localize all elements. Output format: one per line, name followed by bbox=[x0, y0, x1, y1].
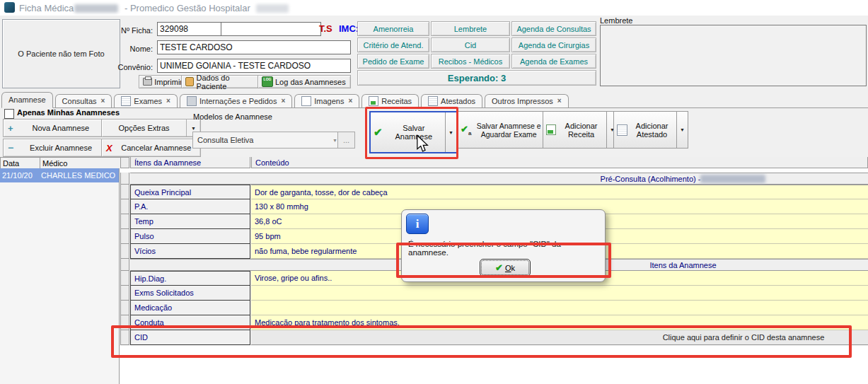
cid-placeholder-text[interactable]: Clique aqui para definir o CID desta ana… bbox=[626, 330, 861, 344]
tab-close-icon[interactable]: × bbox=[557, 95, 562, 107]
tab-anamnese[interactable]: Anamnese bbox=[1, 92, 53, 108]
quick-button-agenda-consultas[interactable]: Agenda de Consultas bbox=[511, 21, 596, 36]
convenio-input[interactable] bbox=[157, 59, 351, 73]
button-divider bbox=[445, 112, 446, 152]
lembrete-label: Lembrete bbox=[600, 16, 632, 25]
section-title-text: Pré-Consulta (Acolhimento) - bbox=[601, 175, 701, 183]
history-row-selected[interactable]: 21/10/20 CHARLLES MEDICO bbox=[0, 168, 119, 182]
row-selector-cell[interactable] bbox=[120, 315, 129, 330]
recipe-icon bbox=[546, 124, 556, 135]
nome-input[interactable] bbox=[157, 40, 351, 54]
ok-button[interactable]: ✔ Ok bbox=[480, 259, 531, 277]
ficha-secondary-input[interactable] bbox=[221, 22, 321, 36]
lembrete-box[interactable] bbox=[600, 25, 867, 86]
printer-icon bbox=[143, 78, 152, 86]
app-icon bbox=[4, 2, 15, 13]
row-content-cell[interactable] bbox=[251, 286, 868, 301]
row-item-label: CID bbox=[130, 330, 250, 345]
tab-close-icon[interactable]: × bbox=[348, 95, 352, 107]
anamnesis-log-button[interactable]: LOG Log das Anamneses bbox=[257, 75, 351, 88]
save-and-wait-exam-button[interactable]: ✔a Salvar Anamnese e Aguardar Exame bbox=[457, 111, 547, 149]
tab-bar: Anamnese Consultas × Exames × Internaçõe… bbox=[1, 92, 868, 108]
row-item-label: Vícios bbox=[130, 244, 250, 259]
quick-buttons-grid: Amenorreia Lembrete Agenda de Consultas … bbox=[357, 21, 596, 86]
items-column-header[interactable]: Ítens da Anamnese bbox=[130, 157, 250, 168]
content-column-header[interactable]: Conteúdo bbox=[251, 157, 868, 168]
ficha-input[interactable] bbox=[157, 22, 222, 36]
chevron-down-icon[interactable]: ▼ bbox=[680, 127, 685, 132]
chevron-down-icon[interactable]: ▼ bbox=[191, 126, 196, 131]
tab-internacoes-pedidos[interactable]: Internações e Pedidos × bbox=[180, 94, 292, 107]
quick-button-lembrete[interactable]: Lembrete bbox=[431, 21, 510, 36]
check-icon: ✔ bbox=[495, 262, 503, 273]
new-anamnesis-label: Nova Anamnese bbox=[18, 124, 104, 132]
certificate-tab-icon bbox=[428, 96, 438, 106]
add-recipe-button[interactable]: Adicionar Receita ▼ bbox=[543, 111, 618, 149]
row-item-label: P.A. bbox=[130, 199, 250, 214]
tab-label: Internações e Pedidos bbox=[199, 95, 277, 107]
info-icon: i bbox=[406, 214, 429, 234]
row-selector-cell[interactable] bbox=[120, 271, 129, 286]
history-header-date[interactable]: Data bbox=[0, 157, 42, 169]
row-selector-cell[interactable] bbox=[120, 199, 129, 214]
ts-badge[interactable]: T.S bbox=[319, 23, 332, 34]
button-divider bbox=[186, 120, 187, 136]
recipe-tab-icon bbox=[369, 96, 378, 106]
exam-tab-icon bbox=[121, 96, 131, 106]
row-selector-cell[interactable] bbox=[120, 244, 129, 259]
tab-atestados[interactable]: Atestados bbox=[421, 94, 482, 107]
cid-content-cell[interactable]: Clique aqui para definir o CID desta ana… bbox=[251, 330, 868, 345]
anamnesis-model-select[interactable]: Consulta Eletiva ▼ bbox=[192, 132, 342, 149]
quick-button-agenda-exames[interactable]: Agenda de Exames bbox=[511, 54, 596, 69]
add-certificate-label-line1: Adicionar bbox=[636, 122, 669, 130]
quick-button-pedido-exame[interactable]: Pedido de Exame bbox=[357, 54, 429, 69]
row-item-label: Conduta bbox=[130, 315, 250, 330]
tab-outros-impressos[interactable]: Outros Impressos × bbox=[485, 94, 569, 107]
redacted-user-chip bbox=[256, 4, 289, 13]
row-content-cell[interactable] bbox=[251, 301, 868, 315]
new-anamnesis-button[interactable]: + Nova Anamnese bbox=[3, 119, 109, 137]
only-my-anamneses-checkbox[interactable] bbox=[4, 109, 14, 119]
row-selector-cell[interactable] bbox=[120, 330, 129, 345]
delete-anamnesis-button[interactable]: − Excluir Anamnese bbox=[3, 139, 109, 157]
row-selector-cell[interactable] bbox=[120, 301, 129, 315]
patient-data-button[interactable]: Dados do Paciente bbox=[181, 75, 263, 88]
row-selector-cell[interactable] bbox=[120, 286, 129, 301]
tab-close-icon[interactable]: × bbox=[166, 95, 170, 107]
row-selector-cell[interactable] bbox=[120, 185, 129, 199]
row-selector-cell[interactable] bbox=[120, 214, 129, 229]
add-certificate-button[interactable]: Adicionar Atestado ▼ bbox=[613, 111, 688, 149]
row-selector-cell[interactable] bbox=[120, 229, 129, 244]
extra-options-button[interactable]: Opções Extras ▼ bbox=[101, 119, 201, 137]
table-row-cid: CID Clique aqui para definir o CID desta… bbox=[120, 330, 868, 345]
quick-button-recibos-medicos[interactable]: Recibos - Médicos bbox=[431, 54, 510, 69]
tab-imagens[interactable]: Imagens × bbox=[294, 94, 359, 107]
tab-close-icon[interactable]: × bbox=[101, 95, 105, 107]
row-content-cell[interactable]: Medicação para tratamento dos sintomas. bbox=[251, 315, 868, 330]
chevron-down-icon[interactable]: ▼ bbox=[449, 130, 453, 135]
add-certificate-label-line2: Atestado bbox=[637, 130, 667, 139]
model-browse-button[interactable]: ... bbox=[337, 132, 355, 149]
quick-button-agenda-cirurgias[interactable]: Agenda de Cirurgias bbox=[511, 37, 596, 52]
save-anamnesis-button[interactable]: ✔ Salvar Anamnese ▼ bbox=[369, 111, 458, 153]
add-recipe-label-line1: Adicionar bbox=[565, 122, 598, 130]
tab-close-icon[interactable]: × bbox=[281, 95, 285, 107]
quick-button-criterio-atend[interactable]: Critério de Atend. bbox=[357, 37, 429, 52]
tab-exames[interactable]: Exames × bbox=[114, 94, 178, 107]
history-row-date: 21/10/20 bbox=[0, 171, 41, 180]
tab-label: Receitas bbox=[381, 95, 412, 107]
quick-button-cid[interactable]: Cid bbox=[431, 37, 510, 52]
button-divider bbox=[606, 112, 607, 148]
nome-label: Nome: bbox=[103, 45, 153, 53]
save-wait-label-line1: Salvar Anamnese e bbox=[477, 122, 541, 130]
cancel-anamnesis-button[interactable]: X Cancelar Anamnese bbox=[101, 139, 201, 157]
log-icon: LOG bbox=[262, 76, 273, 87]
tab-consultas[interactable]: Consultas × bbox=[55, 94, 112, 107]
row-item-label: Queixa Principal bbox=[130, 185, 250, 199]
history-row-doctor: CHARLLES MEDICO bbox=[41, 171, 115, 180]
quick-button-amenorreia[interactable]: Amenorreia bbox=[357, 21, 429, 36]
row-content-cell[interactable]: Dor de garganta, tosse, dor de cabeça bbox=[251, 185, 868, 199]
history-header-doctor[interactable]: Médico bbox=[40, 157, 122, 169]
print-button[interactable]: Imprimir bbox=[139, 75, 187, 88]
tab-receitas[interactable]: Receitas bbox=[361, 94, 419, 107]
